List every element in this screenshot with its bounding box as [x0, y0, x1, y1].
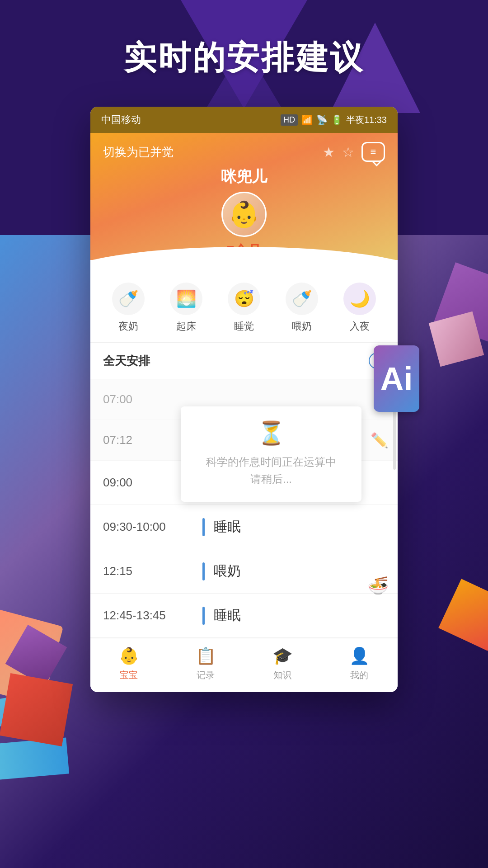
nav-mine[interactable]: 👤 我的 [349, 646, 370, 681]
schedule-section: 全天安排 ! 07:00 ⏳ 科学的作息时间正在运算中请稍后... 07:1 [90, 343, 398, 638]
popup-text: 科学的作息时间正在运算中请稍后... [206, 453, 336, 488]
schedule-list: 07:00 ⏳ 科学的作息时间正在运算中请稍后... 07:12 ✏️ [90, 379, 398, 638]
event-1245: 睡眠 [214, 606, 241, 625]
time-0700: 07:00 [103, 392, 193, 406]
hourglass-icon: ⏳ [257, 420, 285, 446]
knowledge-nav-label: 知识 [273, 669, 291, 681]
yenai-label: 夜奶 [118, 320, 138, 333]
chat-button[interactable]: ≡ [361, 142, 385, 162]
event-bar-0930 [202, 518, 205, 536]
action-qichuang[interactable]: 🌅 起床 [170, 283, 202, 333]
page-title: 实时的安排建议 [124, 36, 364, 80]
ruye-icon: 🌙 [343, 283, 376, 315]
time-0900: 09:00 [103, 476, 193, 490]
wifi-icon: 📶 [301, 114, 313, 125]
mine-nav-icon: 👤 [349, 646, 370, 665]
switch-label[interactable]: 切换为已并觉 [103, 144, 174, 160]
baby-nav-label: 宝宝 [120, 669, 138, 681]
record-nav-icon: 📋 [196, 646, 216, 665]
action-yenai[interactable]: 🍼 夜奶 [112, 283, 145, 333]
qichuang-icon: 🌅 [170, 283, 202, 315]
time-0930: 09:30-10:00 [103, 520, 193, 534]
nav-record[interactable]: 📋 记录 [196, 646, 216, 681]
food-icon: 🍜 [367, 576, 389, 595]
carrier-label: 中国移动 [101, 113, 141, 127]
action-weinai[interactable]: 🍼 喂奶 [286, 283, 318, 333]
ai-badge: Ai [374, 345, 419, 412]
time-1245: 12:45-13:45 [103, 609, 193, 623]
record-nav-label: 记录 [197, 669, 215, 681]
schedule-row-1215: 12:15 喂奶 🍜 [90, 549, 398, 594]
shuijiao-icon: 😴 [228, 283, 260, 315]
action-shuijiao[interactable]: 😴 睡觉 [228, 283, 260, 333]
status-bar: 中国移动 HD 📶 📡 🔋 半夜11:33 [90, 107, 398, 133]
event-bar-1245 [202, 607, 205, 625]
yenai-icon: 🍼 [112, 283, 145, 315]
chat-icon: ≡ [371, 146, 376, 158]
nav-baby[interactable]: 👶 宝宝 [119, 646, 139, 681]
schedule-header: 全天安排 ! [90, 343, 398, 379]
schedule-row-1245: 12:45-13:45 睡眠 [90, 594, 398, 638]
time-display: 半夜11:33 [346, 114, 387, 126]
time-0712: 07:12 [103, 433, 193, 447]
battery-icon: 🔋 [331, 114, 343, 125]
phone-mockup: 中国移动 HD 📶 📡 🔋 半夜11:33 切换为已并觉 ★ ☆ ≡ [90, 107, 398, 692]
baby-avatar[interactable]: 👶 [221, 192, 267, 237]
mine-nav-label: 我的 [350, 669, 368, 681]
hd-badge: HD [281, 114, 298, 126]
schedule-title: 全天安排 [103, 353, 150, 369]
star-icon-2[interactable]: ☆ [342, 144, 354, 160]
knowledge-nav-icon: 🎓 [272, 646, 293, 665]
event-1215: 喂奶 [214, 562, 241, 580]
weinai-label: 喂奶 [292, 320, 312, 333]
action-ruye[interactable]: 🌙 入夜 [343, 283, 376, 333]
event-0930: 睡眠 [214, 518, 241, 536]
schedule-row-0930: 09:30-10:00 睡眠 [90, 505, 398, 549]
weinai-icon: 🍼 [286, 283, 318, 315]
star-icon[interactable]: ★ [323, 144, 335, 160]
signal-icon: 📡 [316, 114, 328, 125]
qichuang-label: 起床 [176, 320, 196, 333]
bottom-nav: 👶 宝宝 📋 记录 🎓 知识 👤 我的 [90, 638, 398, 692]
event-bar-1215 [202, 562, 205, 580]
baby-name: 咪兜儿 [103, 166, 385, 187]
ruye-label: 入夜 [350, 320, 370, 333]
edit-button-0712[interactable]: ✏️ [371, 432, 389, 449]
time-1215: 12:15 [103, 564, 193, 578]
baby-nav-icon: 👶 [119, 646, 139, 665]
app-header: 切换为已并觉 ★ ☆ ≡ 咪兜儿 👶 7个月 [90, 133, 398, 260]
quick-actions: 🍼 夜奶 🌅 起床 😴 睡觉 🍼 喂奶 🌙 入夜 [90, 269, 398, 343]
nav-knowledge[interactable]: 🎓 知识 [272, 646, 293, 681]
schedule-popup: ⏳ 科学的作息时间正在运算中请稍后... [181, 406, 361, 502]
shuijiao-label: 睡觉 [234, 320, 254, 333]
